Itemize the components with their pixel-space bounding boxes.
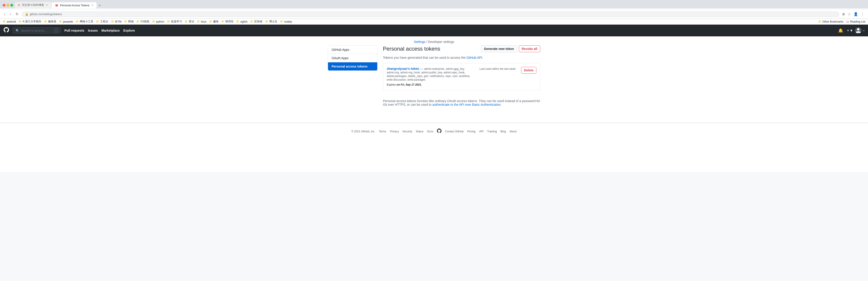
footer-link-pricing[interactable]: Pricing [467, 130, 475, 133]
bookmark-reading[interactable]: 📖 Reading List [846, 20, 865, 24]
tab-csdn-close[interactable]: ✕ [46, 4, 48, 6]
notification-bell[interactable]: 🔔 [837, 27, 844, 34]
user-avatar[interactable] [855, 27, 862, 34]
url-bar[interactable]: 🔒 github.com/settings/tokens [22, 11, 839, 17]
description-prefix: Tokens you have generated that can be us… [383, 56, 467, 60]
bookmark-zju[interactable]: 📁 A 浙江大学相关 [19, 20, 41, 24]
browser-chrome: C 写文章-CSDN博客 ✕ 🐙 Personal Access Tokens … [0, 0, 868, 25]
search-input[interactable] [21, 29, 53, 32]
footer-link-training[interactable]: Training [487, 130, 497, 133]
footer-link-docs[interactable]: Docs [427, 130, 433, 133]
token-name-link[interactable]: zhangruiyuan's token [387, 67, 419, 70]
bookmark-csharp[interactable]: 📁 C#线程 [136, 20, 149, 24]
bookmark-ietm[interactable]: 📁 IETM [111, 20, 122, 24]
breadcrumb-current: Developer settings [428, 40, 454, 44]
bookmarks-bar: 📁 android 📁 A 浙江大学相关 📁 服务器 📁 javaweb 📁 网… [0, 19, 868, 25]
github-navbar: 🔍 / Pull requests Issues Marketplace Exp… [0, 25, 868, 36]
github-api-link[interactable]: GitHub API [467, 56, 482, 60]
browser-tabs: C 写文章-CSDN博客 ✕ 🐙 Personal Access Tokens … [15, 2, 103, 8]
profile-button[interactable]: 👤 [852, 11, 859, 17]
page-title: Personal access tokens [383, 46, 440, 52]
tab-csdn[interactable]: C 写文章-CSDN博客 ✕ [15, 2, 51, 8]
minimize-dot[interactable] [6, 4, 9, 6]
reload-button[interactable]: ↻ [14, 11, 20, 17]
bookmark-tools[interactable]: 📁 网络小工具 [76, 20, 93, 24]
footer-copyright: © 2021 GitHub, Inc. [351, 130, 375, 133]
bookmark-button[interactable]: ☆ [847, 11, 852, 17]
sidebar-item-personal-tokens[interactable]: Personal access tokens [328, 62, 377, 70]
nav-issues[interactable]: Issues [88, 29, 98, 32]
tab-github-label: Personal Access Tokens [60, 4, 90, 7]
bookmark-english[interactable]: 📁 eglish [236, 20, 247, 24]
forward-button[interactable]: › [8, 12, 12, 17]
token-separator: — [420, 67, 424, 70]
description-suffix: . [482, 56, 483, 60]
delete-token-button[interactable]: Delete [521, 67, 536, 74]
nav-marketplace[interactable]: Marketplace [101, 29, 120, 32]
window-controls[interactable] [3, 4, 13, 6]
lock-icon: 🔒 [25, 13, 29, 16]
footer-link-contact[interactable]: Contact GitHub [445, 130, 464, 133]
footer-links: © 2021 GitHub, Inc. Terms Privacy Securi… [0, 129, 868, 134]
search-box[interactable]: 🔍 / [13, 27, 61, 34]
token-info: zhangruiyuan's token — admin:enterprise,… [387, 67, 476, 86]
expires-value: on Fri, Sep 17 2021 [397, 83, 421, 86]
bookmark-research[interactable]: 📁 研究性 [221, 20, 234, 24]
bookmark-blockchain[interactable]: 📁 区块链 [250, 20, 262, 24]
new-dropdown-button[interactable]: + ▾ [846, 27, 853, 34]
sidebar-item-github-apps[interactable]: GitHub Apps [328, 46, 377, 54]
footer-description: Personal access tokens function like ord… [383, 96, 540, 106]
breadcrumb-separator: / [426, 40, 428, 44]
footer-text-suffix: . [501, 103, 502, 106]
footer-link-terms[interactable]: Terms [379, 130, 386, 133]
revoke-all-button[interactable]: Revoke all [519, 45, 540, 52]
footer-link-api[interactable]: API [479, 130, 484, 133]
page-header: Personal access tokens Generate new toke… [383, 45, 540, 52]
token-card: zhangruiyuan's token — admin:enterprise,… [383, 63, 540, 90]
new-tab-button[interactable]: + [97, 2, 103, 8]
toolbar-actions: ⊕ ☆ 👤 ⋮ [841, 11, 865, 17]
sidebar-item-oauth-apps[interactable]: OAuth Apps [328, 54, 377, 62]
bookmark-linux[interactable]: 📁 linux [197, 20, 207, 24]
bookmark-nodejs[interactable]: 📁 nodejs [280, 20, 292, 24]
bookmark-phd[interactable]: 📁 博士生 [265, 20, 277, 24]
extensions-button[interactable]: ⊕ [841, 11, 846, 17]
bookmark-fun[interactable]: 📁 趣味 [209, 20, 219, 24]
sidebar: GitHub Apps OAuth Apps Personal access t… [328, 45, 377, 106]
more-button[interactable]: ⋮ [860, 11, 865, 17]
bookmark-server[interactable]: 📁 服务器 [44, 20, 56, 24]
maximize-dot[interactable] [10, 4, 13, 6]
footer-link-blog[interactable]: Blog [500, 130, 506, 133]
tab-github[interactable]: 🐙 Personal Access Tokens ✕ [52, 2, 96, 8]
nav-explore[interactable]: Explore [123, 29, 135, 32]
bookmark-javaweb[interactable]: 📁 javaweb [59, 20, 73, 24]
breadcrumb-settings[interactable]: Settings [414, 40, 426, 44]
token-last-used: Last used within the last week [480, 67, 516, 70]
nav-pull-requests[interactable]: Pull requests [64, 29, 84, 32]
bookmark-android[interactable]: 📁 android [3, 20, 16, 24]
footer-link-privacy[interactable]: Privacy [390, 130, 399, 133]
footer-link-security[interactable]: Security [402, 130, 412, 133]
back-button[interactable]: ‹ [3, 12, 6, 17]
nav-right: 🔔 + ▾ ▾ [837, 27, 864, 34]
bookmark-gongcheng[interactable]: 📁 工程分 [96, 20, 108, 24]
bookmark-other[interactable]: 📁 Other Bookmarks [818, 20, 843, 24]
bookmark-ml[interactable]: 📁 机器学习 [167, 20, 182, 24]
footer-link-status[interactable]: Status [416, 130, 424, 133]
bookmark-python[interactable]: 📁 python [152, 20, 164, 24]
github-logo[interactable] [4, 27, 9, 34]
footer-link-about[interactable]: About [509, 130, 517, 133]
avatar-dropdown-icon[interactable]: ▾ [863, 29, 864, 32]
bookmark-shop[interactable]: 📁 商城 [124, 20, 133, 24]
header-actions: Generate new token Revoke all [481, 45, 540, 52]
tab-github-close[interactable]: ✕ [91, 4, 93, 7]
basic-auth-link[interactable]: authenticate to the API over Basic Authe… [432, 103, 501, 106]
expires-prefix: Expires [387, 83, 397, 86]
close-dot[interactable] [3, 4, 5, 6]
description-text: Tokens you have generated that can be us… [383, 56, 540, 60]
search-icon: 🔍 [16, 29, 19, 32]
generate-token-button[interactable]: Generate new token [481, 45, 517, 52]
expires-suffix: . [421, 83, 422, 86]
bookmark-algo[interactable]: 📁 算法 [185, 20, 194, 24]
token-header: zhangruiyuan's token — admin:enterprise,… [387, 67, 476, 81]
